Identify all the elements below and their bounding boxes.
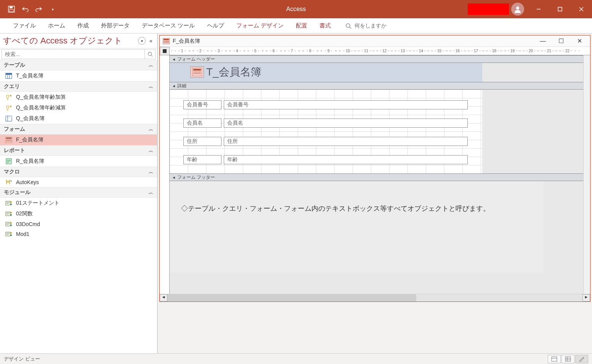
form-logo-icon[interactable] [190,66,204,78]
query-update-icon [5,105,12,111]
nav-pane-collapse-button[interactable]: « [148,38,154,44]
tab-help[interactable]: ヘルプ [202,19,229,32]
field-label-control[interactable]: 年齢 [183,155,221,164]
tell-me-search[interactable]: 何をしますか [345,22,387,29]
tab-database-tools[interactable]: データベース ツール [136,19,200,32]
nav-item[interactable]: 02関数 [0,208,157,219]
nav-item[interactable]: R_会員名簿 [0,156,157,167]
svg-rect-38 [6,232,10,236]
svg-rect-1 [10,6,13,8]
tab-create[interactable]: 作成 [72,19,94,32]
field-textbox-control[interactable]: 会員名 [224,119,468,128]
svg-point-31 [10,204,12,205]
title-bar: ▾ Access [0,0,592,18]
svg-rect-49 [552,357,557,361]
field-row: 年齢年齢 [183,155,468,164]
chevron-up-icon: ︿ [149,189,153,196]
redo-button[interactable] [34,5,43,14]
svg-line-55 [579,361,580,362]
nav-item-label: 01ステートメント [16,200,59,207]
nav-item[interactable]: 03DoCmd [0,219,157,229]
nav-item[interactable]: Mod1 [0,229,157,239]
tab-home[interactable]: ホーム [43,19,71,32]
view-form-button[interactable] [548,355,561,363]
nav-item[interactable]: 01ステートメント [0,198,157,208]
vertical-ruler[interactable] [160,55,170,294]
section-bar-detail[interactable]: ◄ 詳細 [170,82,583,90]
view-design-button[interactable] [575,355,588,363]
doc-close-button[interactable]: ✕ [572,37,587,45]
account-name-redacted [468,3,509,15]
query-select-icon [5,115,12,122]
document-title: F_会員名簿 [173,38,532,45]
horizontal-scrollbar[interactable]: ◄ ► [160,294,590,301]
doc-maximize-button[interactable]: ☐ [553,37,569,45]
nav-group-header[interactable]: クエリ︿ [0,81,157,92]
svg-rect-29 [6,201,10,205]
field-label-control[interactable]: 住所 [183,137,221,146]
form-selector[interactable] [160,47,170,55]
nav-item[interactable]: AutoKeys [0,177,157,187]
nav-item-label: Q_会員名簿年齢減算 [16,104,66,111]
section-bar-form-header[interactable]: ◄ フォーム ヘッダー [170,55,583,63]
window-maximize-button[interactable] [549,0,571,18]
qat-customize-button[interactable]: ▾ [48,5,57,14]
window-close-button[interactable] [571,0,592,18]
scroll-left-button[interactable]: ◄ [160,294,167,301]
nav-group-header[interactable]: モジュール︿ [0,187,157,198]
svg-point-36 [10,222,12,224]
field-textbox-control[interactable]: 住所 [224,137,468,146]
field-textbox-control[interactable]: 年齢 [224,155,468,164]
tab-file[interactable]: ファイル [8,19,41,32]
nav-pane-title[interactable]: すべての Access オブジェクト [3,35,138,47]
nav-search-input[interactable] [2,50,144,59]
save-button[interactable] [7,5,16,14]
form-icon [163,38,170,44]
undo-button[interactable] [21,5,30,14]
user-avatar[interactable] [511,3,524,16]
nav-search-button[interactable] [144,50,155,59]
nav-item[interactable]: F_会員名簿 [0,135,157,145]
scroll-right-button[interactable]: ► [582,294,590,301]
svg-rect-32 [6,212,10,216]
nav-pane-dropdown-button[interactable]: ▾ [138,37,146,45]
view-datasheet-button[interactable] [562,355,574,363]
nav-item[interactable]: Q_会員名簿年齢加算 [0,92,157,103]
svg-point-33 [10,212,12,213]
nav-group-header[interactable]: レポート︿ [0,145,157,156]
tab-form-design[interactable]: フォーム デザイン [231,19,289,32]
nav-item-label: Q_会員名簿年齢加算 [16,94,66,101]
tab-arrange[interactable]: 配置 [290,19,313,32]
navigation-pane: すべての Access オブジェクト ▾ « テーブル︿T_会員名簿クエリ︿Q_… [0,34,158,353]
doc-minimize-button[interactable]: — [535,38,550,45]
field-label-control[interactable]: 会員番号 [183,100,221,109]
svg-point-39 [10,232,12,234]
scroll-track[interactable] [167,294,582,301]
nav-group-label: レポート [4,147,25,154]
horizontal-ruler[interactable]: ・・・1・・・・・・2・・・・・・3・・・・・・4・・・・・・5・・・・・・6・… [170,47,590,55]
nav-group-header[interactable]: マクロ︿ [0,167,157,177]
scroll-thumb[interactable] [167,294,416,301]
nav-group-header[interactable]: フォーム︿ [0,124,157,135]
tab-format[interactable]: 書式 [314,19,336,32]
nav-group-header[interactable]: テーブル︿ [0,60,157,71]
field-textbox-control[interactable]: 会員番号 [224,100,468,109]
form-header-section[interactable]: T_会員名簿 [170,63,482,82]
window-minimize-button[interactable] [528,0,549,18]
nav-group-label: テーブル [4,62,25,69]
tab-external-data[interactable]: 外部データ [96,19,135,32]
form-header-title-label[interactable]: T_会員名簿 [206,65,262,79]
vertical-scrollbar[interactable] [583,55,590,294]
svg-point-3 [516,6,519,10]
svg-point-30 [10,201,12,203]
svg-point-17 [10,106,11,107]
design-canvas[interactable]: ◄ フォーム ヘッダー T_会員名簿 ◄ 詳細 [170,55,583,294]
field-label-control[interactable]: 会員名 [183,119,221,128]
app-title: Access [286,6,306,13]
nav-item[interactable]: T_会員名簿 [0,71,157,81]
nav-item[interactable]: Q_会員名簿 [0,113,157,124]
section-bar-form-footer[interactable]: ◄ フォーム フッター [170,173,583,181]
nav-item[interactable]: Q_会員名簿年齢減算 [0,103,157,113]
form-footer-section[interactable]: ◇テーブル・クエリ・フォーム・フォーム内のテキストボックス等すべてオブジェクトと… [170,181,543,273]
detail-section[interactable]: 会員番号会員番号会員名会員名住所住所年齢年齢 [170,90,482,173]
